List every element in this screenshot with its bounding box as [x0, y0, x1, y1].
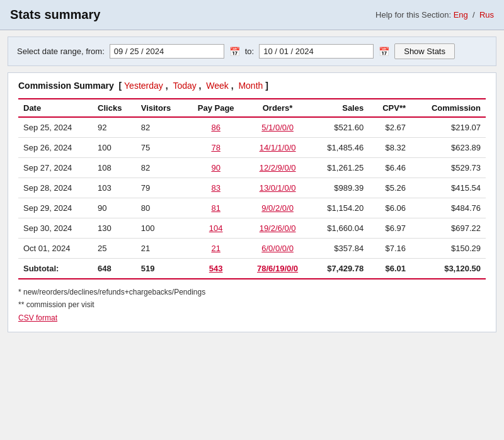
- show-stats-button[interactable]: Show Stats: [394, 43, 455, 59]
- cell-sales: $1,485.46: [310, 138, 369, 158]
- from-date-input[interactable]: [110, 44, 224, 59]
- cell-orders: 5/1/0/0/0: [245, 117, 310, 138]
- paypage-link[interactable]: 78: [211, 143, 220, 152]
- table-header-row: Date Clicks Visitors Pay Page Orders* Sa…: [18, 99, 486, 117]
- cell-sales: $989.39: [310, 178, 369, 198]
- cell-clicks: 100: [93, 138, 136, 158]
- col-visitors: Visitors: [136, 99, 186, 117]
- subtotal-orders-link[interactable]: 78/6/19/0/0: [257, 264, 298, 273]
- cell-paypage: 104: [186, 218, 245, 239]
- orders-link[interactable]: 12/2/9/0/0: [260, 163, 296, 172]
- filter-month[interactable]: Month: [238, 81, 263, 91]
- cell-sales: $1,261.25: [310, 158, 369, 178]
- table-row: Sep 25, 2024 92 82 86 5/1/0/0/0 $521.60 …: [18, 117, 486, 138]
- col-cpv: CPV**: [369, 99, 411, 117]
- page-header: Stats summary Help for this Section: Eng…: [0, 0, 504, 30]
- date-range-bar: Select date range, from: 📅 to: 📅 Show St…: [8, 37, 496, 66]
- cell-clicks: 103: [93, 178, 136, 198]
- orders-link[interactable]: 14/1/1/0/0: [260, 143, 296, 152]
- cell-cpv: $8.32: [369, 138, 411, 158]
- cell-date: Sep 26, 2024: [18, 138, 93, 158]
- paypage-link[interactable]: 21: [211, 244, 220, 253]
- footnote-2: ** commission per visit: [18, 298, 486, 311]
- to-date-input[interactable]: [259, 44, 374, 59]
- cell-visitors: 100: [136, 218, 186, 239]
- col-date: Date: [18, 99, 93, 117]
- subtotal-label: Subtotal:: [18, 259, 93, 279]
- col-paypage: Pay Page: [186, 99, 245, 117]
- cell-visitors: 80: [136, 198, 186, 218]
- cell-commission: $219.07: [411, 117, 486, 138]
- main-content: Commission Summary [ Yesterday , Today ,…: [8, 72, 496, 332]
- col-clicks: Clicks: [93, 99, 136, 117]
- cell-paypage: 90: [186, 158, 245, 178]
- cell-date: Sep 30, 2024: [18, 218, 93, 239]
- orders-link[interactable]: 5/1/0/0/0: [261, 123, 294, 132]
- cell-orders: 19/2/6/0/0: [245, 218, 310, 239]
- cell-paypage: 83: [186, 178, 245, 198]
- to-label: to:: [245, 47, 254, 56]
- stats-table: Date Clicks Visitors Pay Page Orders* Sa…: [18, 98, 486, 279]
- filter-today[interactable]: Today: [173, 81, 196, 91]
- cell-visitors: 82: [136, 158, 186, 178]
- cell-cpv: $6.97: [369, 218, 411, 239]
- subtotal-cpv: $6.01: [369, 259, 411, 279]
- date-range-label: Select date range, from:: [17, 47, 105, 56]
- bracket-open: [: [119, 81, 122, 91]
- cell-clicks: 108: [93, 158, 136, 178]
- cell-date: Oct 01, 2024: [18, 239, 93, 259]
- paypage-link[interactable]: 81: [211, 203, 220, 213]
- bracket-close: ]: [265, 81, 268, 91]
- csv-format-link[interactable]: CSV format: [18, 313, 57, 322]
- cell-cpv: $6.46: [369, 158, 411, 178]
- table-row: Sep 29, 2024 90 80 81 9/0/2/0/0 $1,154.2…: [18, 198, 486, 218]
- filter-week[interactable]: Week: [206, 81, 229, 91]
- orders-link[interactable]: 19/2/6/0/0: [260, 223, 296, 233]
- filter-yesterday[interactable]: Yesterday: [124, 81, 163, 91]
- subtotal-commission: $3,120.50: [411, 259, 486, 279]
- cell-sales: $521.60: [310, 117, 369, 138]
- table-row: Sep 30, 2024 130 100 104 19/2/6/0/0 $1,6…: [18, 218, 486, 239]
- col-orders: Orders*: [245, 99, 310, 117]
- paypage-link[interactable]: 104: [209, 223, 223, 233]
- commission-summary-header: Commission Summary [ Yesterday , Today ,…: [18, 81, 486, 91]
- cell-visitors: 79: [136, 178, 186, 198]
- cell-sales: $1,154.20: [310, 198, 369, 218]
- table-row: Sep 27, 2024 108 82 90 12/2/9/0/0 $1,261…: [18, 158, 486, 178]
- from-calendar-icon[interactable]: 📅: [229, 47, 240, 57]
- paypage-link[interactable]: 83: [211, 183, 220, 193]
- paypage-link[interactable]: 86: [211, 123, 220, 132]
- subtotal-orders: 78/6/19/0/0: [245, 259, 310, 279]
- subtotal-clicks: 648: [93, 259, 136, 279]
- subtotal-paypage-link[interactable]: 543: [209, 264, 223, 273]
- cell-orders: 9/0/2/0/0: [245, 198, 310, 218]
- cell-cpv: $2.67: [369, 117, 411, 138]
- cell-commission: $415.54: [411, 178, 486, 198]
- table-row: Oct 01, 2024 25 21 21 6/0/0/0/0 $357.84 …: [18, 239, 486, 259]
- cell-cpv: $5.26: [369, 178, 411, 198]
- orders-link[interactable]: 13/0/1/0/0: [260, 183, 296, 193]
- cell-orders: 13/0/1/0/0: [245, 178, 310, 198]
- subtotal-sales: $7,429.78: [310, 259, 369, 279]
- help-rus-link[interactable]: Rus: [479, 10, 494, 20]
- orders-link[interactable]: 9/0/2/0/0: [261, 203, 294, 213]
- paypage-link[interactable]: 90: [211, 163, 220, 172]
- cell-commission: $484.76: [411, 198, 486, 218]
- page-title: Stats summary: [10, 8, 100, 22]
- cell-cpv: $6.06: [369, 198, 411, 218]
- cell-date: Sep 27, 2024: [18, 158, 93, 178]
- table-row: Sep 26, 2024 100 75 78 14/1/1/0/0 $1,485…: [18, 138, 486, 158]
- cell-clicks: 90: [93, 198, 136, 218]
- commission-label: Commission Summary: [18, 81, 114, 91]
- cell-commission: $529.73: [411, 158, 486, 178]
- cell-date: Sep 28, 2024: [18, 178, 93, 198]
- table-row: Sep 28, 2024 103 79 83 13/0/1/0/0 $989.3…: [18, 178, 486, 198]
- orders-link[interactable]: 6/0/0/0/0: [261, 244, 294, 253]
- footnotes: * new/reorders/declines/refunds+chargeba…: [18, 286, 486, 324]
- to-calendar-icon[interactable]: 📅: [379, 47, 389, 57]
- cell-orders: 6/0/0/0/0: [245, 239, 310, 259]
- subtotal-visitors: 519: [136, 259, 186, 279]
- cell-paypage: 86: [186, 117, 245, 138]
- help-eng-link[interactable]: Eng: [454, 10, 468, 20]
- cell-clicks: 92: [93, 117, 136, 138]
